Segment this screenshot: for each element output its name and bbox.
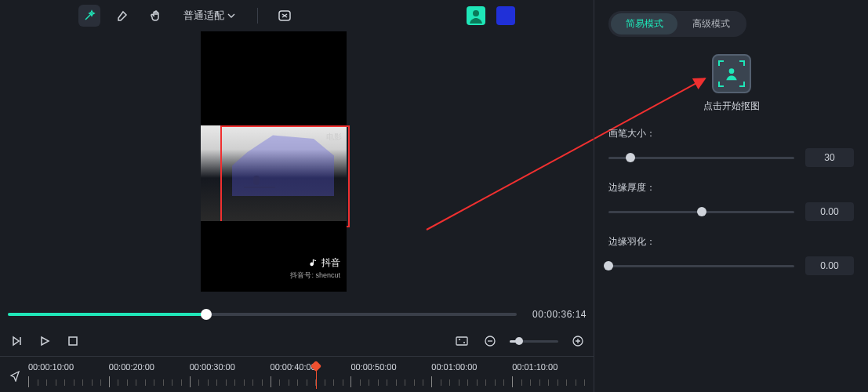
slider-label: 边缘厚度： xyxy=(608,181,854,194)
fit-mode-select[interactable]: 普通适配 xyxy=(177,5,242,26)
ruler-tick-label: 00:01:10:00 xyxy=(512,362,557,372)
ruler-tick-group: 00:01:10:00 xyxy=(512,373,593,387)
aspect-toggle-button[interactable] xyxy=(453,332,470,350)
zoom-in-button[interactable] xyxy=(569,332,587,350)
top-toolbar: 普通适配 xyxy=(0,0,594,31)
ruler-tick-label: 00:00:40:00 xyxy=(271,362,316,372)
progress-track[interactable] xyxy=(8,313,517,316)
preview-area: 电影 抖音 抖音号: shencut xyxy=(0,31,594,298)
slider-thumb[interactable] xyxy=(626,153,635,162)
chevron-down-icon xyxy=(227,12,235,20)
compare-tool[interactable] xyxy=(274,5,296,27)
cutout-block: 点击开始抠图 xyxy=(608,54,854,113)
timeline-ruler[interactable]: 00:00:10:0000:00:20:0000:00:30:0000:00:4… xyxy=(0,362,594,392)
zoom-slider[interactable] xyxy=(510,340,558,343)
start-cutout-button[interactable] xyxy=(712,54,751,93)
slider-group: 边缘羽化：0.00 xyxy=(608,235,854,275)
watermark-bottom: 抖音 xyxy=(308,256,340,270)
progress-bar: 00:00:36:14 xyxy=(8,307,587,321)
tab-simple-mode[interactable]: 简易模式 xyxy=(611,13,677,34)
music-note-icon xyxy=(308,258,319,269)
slider-value[interactable]: 0.00 xyxy=(805,256,854,275)
zoom-thumb[interactable] xyxy=(515,337,523,345)
ruler-tick-label: 00:00:10:00 xyxy=(28,362,74,372)
slider-thumb[interactable] xyxy=(604,261,613,270)
tab-advanced-mode[interactable]: 高级模式 xyxy=(677,13,744,34)
slider-track[interactable] xyxy=(608,157,794,159)
timeline-playhead[interactable] xyxy=(316,364,317,389)
slider-track[interactable] xyxy=(608,211,794,213)
stop-button[interactable] xyxy=(64,332,82,350)
slider-track[interactable] xyxy=(608,265,794,267)
letterbox-top xyxy=(201,31,347,125)
color-preview[interactable] xyxy=(496,6,515,25)
hand-tool[interactable] xyxy=(144,5,166,27)
slider-group: 边缘厚度：0.00 xyxy=(608,181,854,221)
share-button[interactable] xyxy=(6,367,24,384)
step-forward-button[interactable] xyxy=(8,332,25,350)
video-frame[interactable]: 电影 抖音 抖音号: shencut xyxy=(201,31,347,292)
horizontal-divider xyxy=(0,356,594,357)
ruler-tick-group: 00:00:10:00 xyxy=(28,373,109,387)
ruler-tick-group: 00:00:50:00 xyxy=(350,373,431,387)
slider-value[interactable]: 0.00 xyxy=(805,202,854,221)
ruler-tick-group: 00:00:30:00 xyxy=(190,373,271,387)
slider-label: 边缘羽化： xyxy=(608,235,854,249)
slider-group: 画笔大小：30 xyxy=(608,127,854,167)
slider-label: 画笔大小： xyxy=(608,127,854,140)
ruler-tick-label: 00:00:30:00 xyxy=(190,362,235,372)
slider-thumb[interactable] xyxy=(697,207,706,216)
ruler-tick-group: 00:01:00:00 xyxy=(431,373,512,387)
zoom-out-button[interactable] xyxy=(481,332,499,350)
slider-value[interactable]: 30 xyxy=(805,148,854,167)
cutout-label: 点击开始抠图 xyxy=(608,100,854,113)
ruler-tick-label: 00:00:50:00 xyxy=(350,362,396,372)
fit-mode-label: 普通适配 xyxy=(183,9,224,23)
svg-rect-3 xyxy=(69,337,77,345)
eraser-tool[interactable] xyxy=(111,5,133,27)
magic-wand-tool[interactable] xyxy=(78,5,100,27)
progress-thumb[interactable] xyxy=(201,309,212,320)
watermark-top: 电影 xyxy=(326,132,342,143)
ruler-tick-group: 00:00:40:00 xyxy=(271,373,351,387)
ruler-tick-group: 00:00:20:00 xyxy=(109,373,190,387)
time-readout: 00:00:36:14 xyxy=(532,309,587,320)
side-panel: 简易模式 高级模式 点击开始抠图 画笔大小：30边缘厚度：0.00边缘羽化：0.… xyxy=(594,0,868,392)
focus-corners-icon xyxy=(717,60,746,88)
ruler-tick-label: 00:01:00:00 xyxy=(431,362,477,372)
svg-rect-4 xyxy=(456,337,467,345)
svg-point-2 xyxy=(473,10,479,16)
ruler-tick-label: 00:00:20:00 xyxy=(109,362,154,372)
mode-tabs: 简易模式 高级模式 xyxy=(608,11,746,37)
play-controls xyxy=(8,326,587,356)
play-button[interactable] xyxy=(36,332,53,350)
avatar-preview[interactable] xyxy=(467,6,485,25)
toolbar-separator xyxy=(257,8,258,24)
watermark-sub: 抖音号: shencut xyxy=(290,270,340,281)
